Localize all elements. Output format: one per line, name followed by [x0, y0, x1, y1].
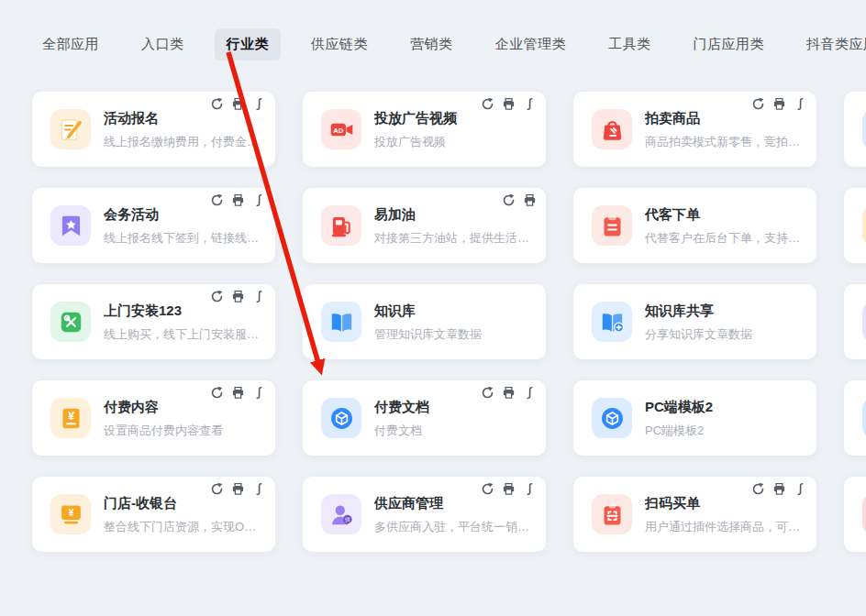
- card-texts: 易加油对接第三方油站，提供生活类服务。: [374, 204, 533, 247]
- app-card[interactable]: 活动报名线上报名缴纳费用，付费金额营销...: [32, 92, 275, 167]
- app-title: 代客下单: [645, 206, 804, 224]
- tab-3-active[interactable]: 行业类: [215, 28, 282, 60]
- tab-6[interactable]: 企业管理类: [483, 28, 579, 60]
- refresh-icon[interactable]: [481, 97, 494, 111]
- book-share-icon: [592, 302, 632, 342]
- refresh-icon[interactable]: [751, 97, 765, 111]
- app-icon-clipped: [862, 109, 866, 149]
- app-title: 拍卖商品: [645, 110, 804, 127]
- app-card[interactable]: 代客下单代替客户在后台下单，支持自营，...: [573, 188, 816, 263]
- card-texts: 扫码买单用户通过插件选择商品，可以直接...: [645, 493, 804, 535]
- print-icon[interactable]: [231, 97, 245, 111]
- app-card[interactable]: 上门安装123线上购买，线下上门安装服务，核...: [32, 284, 275, 359]
- refresh-icon[interactable]: [210, 290, 224, 303]
- app-title: 知识库: [374, 302, 482, 320]
- app-card-clipped[interactable]: [844, 380, 866, 456]
- print-icon[interactable]: [231, 193, 245, 207]
- app-card[interactable]: PC端模板2PC端模板2: [573, 380, 816, 456]
- link-icon[interactable]: [523, 482, 537, 496]
- link-icon[interactable]: [523, 97, 537, 111]
- refresh-icon[interactable]: [481, 386, 494, 400]
- auction-bag-icon: [592, 109, 632, 149]
- app-card[interactable]: 扫码买单用户通过插件选择商品，可以直接...: [573, 477, 816, 552]
- link-icon[interactable]: [252, 193, 266, 207]
- app-card-clipped[interactable]: [844, 477, 866, 552]
- print-icon[interactable]: [502, 482, 516, 496]
- app-title: 上门安装123: [104, 302, 262, 320]
- app-desc: PC端模板2: [645, 423, 713, 439]
- app-desc: 整合线下门店资源，实现O2O异业...: [104, 519, 262, 535]
- app-title: 知识库共享: [645, 302, 752, 320]
- card-action-bar: [481, 482, 537, 496]
- app-card-clipped[interactable]: [844, 284, 866, 359]
- card-action-bar: [210, 290, 266, 303]
- app-title: 门店-收银台: [104, 495, 262, 512]
- tab-5[interactable]: 营销类: [398, 28, 465, 60]
- app-card[interactable]: 知识库管理知识库文章数据: [303, 284, 546, 359]
- tab-1[interactable]: 全部应用: [30, 28, 111, 60]
- refresh-icon[interactable]: [210, 193, 224, 207]
- app-card[interactable]: AD投放广告视频投放广告视频: [303, 92, 546, 167]
- app-icon-clipped: [862, 398, 866, 438]
- app-card-clipped[interactable]: [844, 92, 866, 167]
- tab-2[interactable]: 入口类: [129, 28, 196, 60]
- cashier-icon: ¥: [50, 494, 91, 534]
- link-icon[interactable]: [252, 386, 266, 400]
- app-card[interactable]: ¥门店-收银台整合线下门店资源，实现O2O异业...: [32, 477, 275, 552]
- card-texts: 供应商管理多供应商入驻，平台统一销售，商...: [374, 493, 533, 535]
- app-card[interactable]: 拍卖商品商品拍卖模式新零售，竞拍出价得...: [573, 92, 816, 167]
- cube-icon: [592, 398, 632, 438]
- refresh-icon[interactable]: [210, 97, 224, 111]
- tab-9[interactable]: 抖音类应用: [794, 28, 866, 60]
- tab-8[interactable]: 门店应用类: [682, 28, 777, 60]
- print-icon[interactable]: [772, 97, 786, 111]
- card-action-bar: [210, 97, 266, 111]
- app-desc: 对接第三方油站，提供生活类服务。: [374, 230, 533, 247]
- app-desc: 商品拍卖模式新零售，竞拍出价得...: [645, 134, 804, 150]
- app-card-clipped[interactable]: [844, 188, 866, 263]
- app-card[interactable]: 付费文档付费文档: [303, 380, 546, 456]
- print-icon[interactable]: [231, 290, 245, 303]
- link-icon[interactable]: [252, 290, 266, 303]
- print-icon[interactable]: [231, 386, 245, 400]
- book-open-icon: [321, 302, 361, 342]
- refresh-icon[interactable]: [210, 482, 224, 496]
- paid-content-icon: ¥: [50, 398, 91, 438]
- refresh-icon[interactable]: [210, 386, 224, 400]
- app-title: 供应商管理: [374, 495, 533, 512]
- app-title: 付费内容: [104, 399, 223, 416]
- print-icon[interactable]: [502, 97, 516, 111]
- link-icon[interactable]: [252, 97, 266, 111]
- link-icon[interactable]: [794, 97, 807, 111]
- refresh-icon[interactable]: [502, 193, 516, 207]
- tab-4[interactable]: 供应链类: [299, 28, 380, 60]
- scan-clipboard-icon: [592, 494, 632, 534]
- link-icon[interactable]: [252, 482, 266, 496]
- app-card[interactable]: 会务活动线上报名线下签到，链接线下活动。: [32, 188, 275, 263]
- app-desc: 付费文档: [374, 423, 429, 439]
- cube-icon: [321, 398, 361, 438]
- app-card[interactable]: ¥付费内容设置商品付费内容查看: [32, 380, 275, 456]
- app-card[interactable]: 供供应商管理多供应商入驻，平台统一销售，商...: [303, 477, 546, 552]
- supplier-person-icon: 供: [321, 494, 361, 534]
- tab-7[interactable]: 工具类: [596, 28, 663, 60]
- print-icon[interactable]: [523, 193, 537, 207]
- print-icon[interactable]: [502, 386, 516, 400]
- card-action-bar: [210, 482, 266, 496]
- app-title: 会务活动: [104, 206, 262, 224]
- print-icon[interactable]: [772, 482, 786, 496]
- link-icon[interactable]: [794, 482, 807, 496]
- app-desc: 管理知识库文章数据: [374, 326, 482, 343]
- app-desc: 线上报名缴纳费用，付费金额营销...: [104, 134, 262, 150]
- refresh-icon[interactable]: [751, 482, 765, 496]
- card-texts: 拍卖商品商品拍卖模式新零售，竞拍出价得...: [645, 108, 804, 150]
- print-icon[interactable]: [231, 482, 245, 496]
- refresh-icon[interactable]: [481, 482, 494, 496]
- link-icon[interactable]: [523, 386, 537, 400]
- app-title: 扫码买单: [645, 495, 804, 512]
- app-icon-clipped: [862, 205, 866, 246]
- card-action-bar: [502, 193, 537, 207]
- app-card[interactable]: 易加油对接第三方油站，提供生活类服务。: [303, 188, 546, 263]
- app-card[interactable]: 知识库共享分享知识库文章数据: [573, 284, 816, 359]
- app-desc: 设置商品付费内容查看: [104, 423, 223, 439]
